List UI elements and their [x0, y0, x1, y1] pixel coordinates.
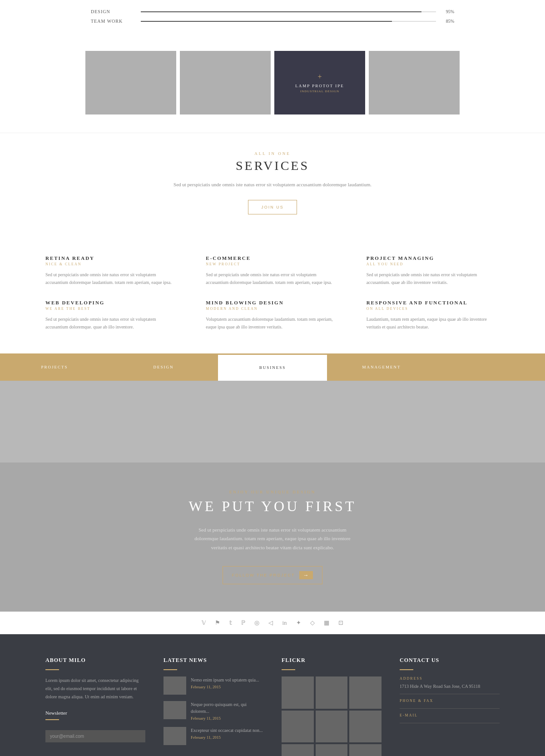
social-icon[interactable]: ◇ — [310, 619, 315, 627]
portfolio-grid: + LAMP PROTOT IPE INDUSTRIAL DESIGN — [0, 42, 545, 133]
flickr-thumb[interactable] — [349, 744, 382, 756]
service-tag: ON ALL DEVICES — [367, 307, 500, 311]
service-desc: Sed ut perspiciatis unde omnis iste natu… — [206, 271, 339, 286]
service-tag: WE ARE THE BEST — [45, 307, 178, 311]
service-name: E-COMMERCE — [206, 255, 339, 261]
service-tag: MODERN AND CLEAN — [206, 307, 339, 311]
newsletter-input[interactable] — [45, 730, 145, 742]
social-icon[interactable]: ▦ — [324, 619, 329, 627]
tabs-section: PROJECTS DESIGN BUSINESS MANAGEMENT — [0, 353, 545, 381]
service-item: RESPONSIVE AND FUNCTIONAL ON ALL DEVICES… — [367, 300, 500, 331]
skill-bar-bg — [141, 11, 436, 12]
footer-address-value: 1713 Hide A Way Road San Jose, CA 95118 — [400, 682, 500, 694]
skill-bar-fill — [141, 21, 392, 22]
service-item: WEB DEVELOPING WE ARE THE BEST Sed ut pe… — [45, 300, 178, 331]
news-thumb — [164, 727, 186, 745]
footer-flickr-title: Flickr — [282, 657, 382, 664]
portfolio-item-1[interactable] — [85, 51, 176, 114]
social-icon[interactable]: ◁ — [268, 619, 273, 627]
tab-extra[interactable] — [436, 353, 545, 381]
social-icon[interactable]: ✦ — [296, 619, 301, 627]
social-icon[interactable]: ℙ — [241, 619, 245, 627]
join-button[interactable]: JOIN US — [248, 200, 297, 214]
footer-about: About MILO Lorem ipsum dolor sit amet, c… — [45, 657, 145, 756]
services-header: ALL IN ONE SERVICES Sed ut perspiciatis … — [0, 133, 545, 237]
portfolio-item-featured[interactable]: + LAMP PROTOT IPE INDUSTRIAL DESIGN — [274, 51, 365, 114]
skill-label: TEAM WORK — [91, 19, 136, 24]
tab-business[interactable]: BUSINESS — [218, 353, 327, 381]
tab-design[interactable]: DESIGN — [109, 353, 218, 381]
skills-section: DESIGN 95% TEAM WORK 85% — [0, 0, 545, 42]
social-icon[interactable]: 𝕍 — [202, 619, 206, 627]
follow-btn-label: FOLLOW THE PROJECT — [232, 573, 295, 577]
portfolio-item-4[interactable] — [369, 51, 460, 114]
news-text: Neque porro quisquam est, qui dolorem... — [191, 701, 263, 715]
social-icon[interactable]: ⚑ — [215, 619, 220, 627]
footer-about-underline — [45, 669, 59, 670]
footer-news: Latest News Nemo enim ipsam vol uptatem … — [164, 657, 263, 756]
feature-eyebrow: ENJOY OUR UNIQUE DESIGN — [91, 490, 454, 494]
services-eyebrow: ALL IN ONE — [91, 151, 454, 156]
service-desc: Voluptatem accusantium doloremque laudan… — [206, 315, 339, 331]
social-icon[interactable]: 𝕥 — [229, 619, 232, 627]
services-title: SERVICES — [91, 159, 454, 173]
flickr-thumb[interactable] — [349, 711, 382, 743]
flickr-thumb[interactable] — [316, 711, 348, 743]
portfolio-item-title: LAMP PROTOT IPE — [295, 84, 344, 88]
follow-button[interactable]: FOLLOW THE PROJECT → — [223, 566, 323, 584]
portfolio-plus-icon: + — [317, 73, 322, 81]
service-item: PROJECT MANAGING ALL YOU NEED Sed ut per… — [367, 255, 500, 286]
footer-flickr-underline — [282, 669, 295, 670]
service-item: RETINA READY NICE & CLEAN Sed ut perspic… — [45, 255, 178, 286]
social-icon[interactable]: ◎ — [254, 619, 259, 627]
social-bar: 𝕍⚑𝕥ℙ◎◁in✦◇▦⊡ — [0, 612, 545, 634]
footer-address-label: ADDRESS — [400, 676, 500, 681]
footer-about-text: Lorem ipsum dolor sit amet, consectetur … — [45, 676, 145, 701]
feature-section: ENJOY OUR UNIQUE DESIGN WE PUT YOU FIRST… — [0, 463, 545, 612]
newsletter-underline — [45, 719, 59, 720]
news-thumb — [164, 701, 186, 719]
footer-email-label: E-MAIL — [400, 713, 500, 717]
services-desc: Sed ut perspiciatis unde omnis iste natu… — [159, 180, 386, 189]
flickr-thumb[interactable] — [282, 744, 314, 756]
gray-section — [0, 381, 545, 463]
feature-desc: Sed ut perspiciatis unde omnis iste natu… — [186, 526, 359, 552]
flickr-thumb[interactable] — [316, 676, 348, 709]
tab-management[interactable]: MANAGEMENT — [327, 353, 436, 381]
service-desc: Sed ut perspiciatis unde omnis iste natu… — [45, 271, 178, 286]
news-date: February 11, 2015 — [191, 716, 263, 721]
flickr-thumb[interactable] — [349, 676, 382, 709]
footer-phone-label: PHONE & FAX — [400, 699, 500, 703]
flickr-thumb[interactable] — [282, 711, 314, 743]
social-icon[interactable]: in — [282, 619, 287, 627]
footer-news-title: Latest News — [164, 657, 263, 664]
news-date: February 11, 2015 — [191, 735, 263, 740]
footer-news-item: Excepteur sint occaecat cupidatat non...… — [164, 727, 263, 745]
skill-pct: 95% — [441, 9, 454, 14]
service-item: E-COMMERCE NEW PROJECT Sed ut perspiciat… — [206, 255, 339, 286]
flickr-thumb[interactable] — [282, 676, 314, 709]
footer-about-title: About MILO — [45, 657, 145, 664]
skill-bar-bg — [141, 21, 436, 22]
footer-news-item: Nemo enim ipsam vol uptatem quia... Febr… — [164, 676, 263, 695]
service-name: RETINA READY — [45, 255, 178, 261]
footer-flickr: Flickr — [282, 657, 382, 756]
footer-contact: Contact Us ADDRESS 1713 Hide A Way Road … — [400, 657, 500, 756]
flickr-thumb[interactable] — [316, 744, 348, 756]
portfolio-item-2[interactable] — [180, 51, 271, 114]
service-desc: Sed ut perspiciatis unde omnis iste natu… — [367, 271, 500, 286]
service-desc: Sed ut perspiciatis unde omnis iste natu… — [45, 315, 178, 331]
service-tag: NEW PROJECT — [206, 262, 339, 266]
service-name: PROJECT MANAGING — [367, 255, 500, 261]
news-text: Excepteur sint occaecat cupidatat non... — [191, 727, 263, 734]
footer-news-underline — [164, 669, 177, 670]
tab-projects[interactable]: PROJECTS — [0, 353, 109, 381]
service-tag: NICE & CLEAN — [45, 262, 178, 266]
service-desc: Laudantium, totam rem aperiam, eaque ips… — [367, 315, 500, 331]
footer-news-item: Neque porro quisquam est, qui dolorem...… — [164, 701, 263, 721]
social-icon[interactable]: ⊡ — [338, 619, 343, 627]
skill-row: DESIGN 95% — [91, 9, 454, 14]
news-thumb — [164, 676, 186, 695]
portfolio-item-subtitle: INDUSTRIAL DESIGN — [300, 90, 339, 93]
skill-row: TEAM WORK 85% — [91, 19, 454, 24]
